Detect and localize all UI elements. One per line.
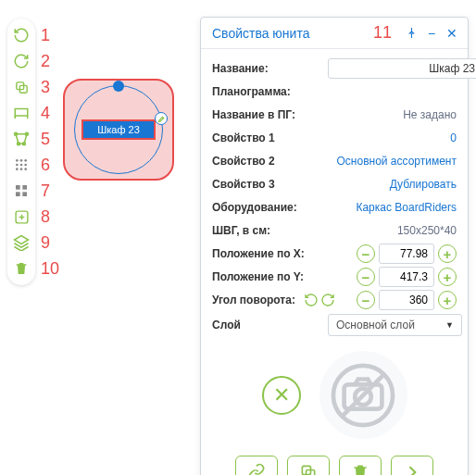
next-button[interactable] xyxy=(391,456,433,475)
tool-add-frame[interactable]: 8 xyxy=(7,204,35,230)
svg-point-14 xyxy=(20,164,23,167)
svg-rect-22 xyxy=(22,192,27,196)
prop2-label: Свойство 2 xyxy=(212,155,328,168)
svg-point-15 xyxy=(24,164,27,167)
posy-minus-button[interactable]: − xyxy=(357,268,375,286)
link-button[interactable] xyxy=(235,456,278,475)
prop3-label: Свойство 3 xyxy=(212,178,328,191)
tool-copy[interactable]: 3 xyxy=(7,74,35,100)
prop3-value[interactable]: Дублировать xyxy=(328,178,457,191)
tool-num: 4 xyxy=(41,104,50,123)
minimize-icon[interactable]: − xyxy=(423,25,440,42)
layer-label: Слой xyxy=(212,319,328,331)
no-photo-placeholder xyxy=(319,351,407,439)
add-frame-icon xyxy=(14,209,30,225)
rotation-ring[interactable]: Шкаф 23 xyxy=(74,85,163,174)
equipment-label: Оборудование: xyxy=(212,201,328,214)
angle-label: Угол поворота: xyxy=(212,294,300,306)
svg-marker-26 xyxy=(15,236,29,244)
tool-rotate-right[interactable]: 2 xyxy=(7,48,35,74)
tool-num: 8 xyxy=(41,207,50,227)
svg-point-10 xyxy=(16,159,19,162)
svg-point-11 xyxy=(20,159,23,162)
tool-polygon[interactable]: 5 xyxy=(7,126,35,152)
tool-num: 5 xyxy=(41,130,50,149)
tool-num: 9 xyxy=(41,233,50,253)
trash-icon xyxy=(351,463,370,475)
camera-off-icon xyxy=(331,363,395,428)
polygon-icon xyxy=(13,131,30,147)
tool-delete[interactable]: 10 xyxy=(7,256,35,281)
pin-icon[interactable] xyxy=(403,25,420,42)
name-in-pg-value: Не задано xyxy=(328,108,457,121)
copy-icon xyxy=(14,80,30,95)
edit-handle-icon[interactable] xyxy=(155,112,168,125)
dims-label: ШВГ, в см: xyxy=(212,224,328,237)
posy-plus-button[interactable]: + xyxy=(438,268,457,286)
canvas-selected-unit[interactable]: Шкаф 23 xyxy=(63,79,174,181)
rotate-right-icon xyxy=(13,53,30,69)
posx-plus-button[interactable]: + xyxy=(438,244,457,263)
svg-rect-20 xyxy=(22,185,27,190)
tool-num: 10 xyxy=(41,259,59,279)
name-in-pg-label: Название в ПГ: xyxy=(212,108,328,121)
rotate-cw-icon[interactable] xyxy=(320,293,335,307)
tool-shelf[interactable]: 4 xyxy=(7,100,35,126)
equipment-value[interactable]: Каркас BoardRiders xyxy=(328,201,457,214)
name-input[interactable] xyxy=(328,58,476,79)
delete-icon xyxy=(14,261,29,276)
tool-num: 7 xyxy=(41,181,50,201)
svg-point-18 xyxy=(24,168,27,170)
duplicate-button[interactable] xyxy=(287,456,330,475)
panel-title: Свойства юнита xyxy=(212,26,366,41)
angle-minus-button[interactable]: − xyxy=(357,291,375,309)
panel-header-num: 11 xyxy=(373,23,392,43)
prop1-label: Свойство 1 xyxy=(212,131,328,144)
prop1-value[interactable]: 0 xyxy=(328,131,457,144)
layer-select[interactable]: Основной слой ▼ xyxy=(328,314,462,336)
chevron-right-icon xyxy=(403,463,421,475)
shelf-icon xyxy=(13,105,30,121)
properties-panel: Свойства юнита 11 − ✕ Название: Планогра… xyxy=(200,17,469,475)
posy-input[interactable] xyxy=(379,267,434,287)
prop2-value[interactable]: Основной ассортимент xyxy=(328,155,457,168)
posx-input[interactable] xyxy=(379,244,434,264)
angle-input[interactable] xyxy=(379,290,434,310)
clear-image-button[interactable]: ✕ xyxy=(262,376,301,415)
rotate-ccw-icon[interactable] xyxy=(304,293,319,307)
posx-minus-button[interactable]: − xyxy=(357,244,375,263)
tool-grid-small[interactable]: 6 xyxy=(7,152,35,178)
link-icon xyxy=(247,463,266,475)
layers-icon xyxy=(13,234,30,251)
posx-label: Положение по X: xyxy=(212,247,328,260)
rotate-handle-icon[interactable] xyxy=(113,81,124,92)
tool-num: 6 xyxy=(41,156,50,175)
svg-point-12 xyxy=(24,159,27,162)
angle-plus-button[interactable]: + xyxy=(438,291,457,309)
grid-small-icon xyxy=(14,157,29,172)
svg-point-13 xyxy=(16,164,19,167)
tool-num: 2 xyxy=(41,52,50,71)
panel-body: Название: Планограмма: Название в ПГ: Не… xyxy=(201,49,468,475)
svg-rect-2 xyxy=(15,109,28,117)
copy-icon xyxy=(299,463,318,475)
rotate-left-icon xyxy=(13,27,30,44)
chevron-down-icon: ▼ xyxy=(445,320,454,330)
unit-label: Шкаф 23 xyxy=(81,119,156,140)
tool-layers[interactable]: 9 xyxy=(7,230,35,256)
close-icon[interactable]: ✕ xyxy=(444,25,460,42)
svg-point-16 xyxy=(16,168,19,170)
tool-rotate-left[interactable]: 1 xyxy=(7,22,35,48)
layer-value: Основной слой xyxy=(336,319,415,331)
planogram-label: Планограмма: xyxy=(212,85,328,98)
name-label: Название: xyxy=(212,62,328,75)
svg-point-17 xyxy=(20,168,23,170)
posy-label: Положение по Y: xyxy=(212,270,328,283)
panel-header: Свойства юнита 11 − ✕ xyxy=(201,18,468,49)
delete-button[interactable] xyxy=(339,456,382,475)
grid-large-icon xyxy=(14,183,29,198)
svg-rect-19 xyxy=(16,185,20,190)
svg-rect-21 xyxy=(16,192,20,196)
tool-grid-large[interactable]: 7 xyxy=(7,178,35,204)
left-toolbar: 1 2 3 4 5 6 7 8 9 10 xyxy=(7,19,35,285)
